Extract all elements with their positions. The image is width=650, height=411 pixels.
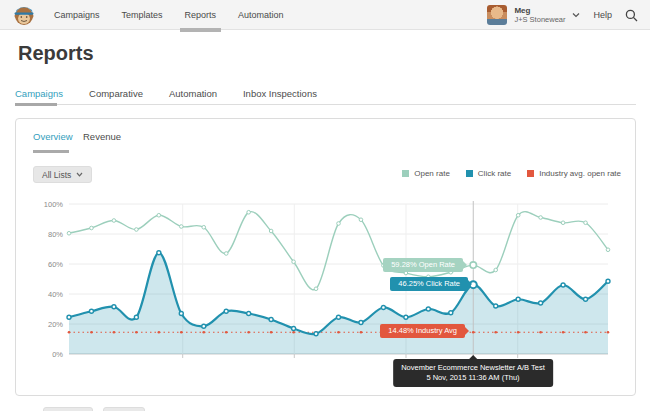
open-rate-tooltip: 59.28% Open Rate — [383, 258, 463, 272]
user-account: J+S Stonewear — [514, 15, 565, 24]
user-menu[interactable]: Meg J+S Stonewear — [487, 5, 580, 25]
help-link[interactable]: Help — [593, 10, 612, 20]
top-nav-bar: Campaigns Templates Reports Automation M… — [0, 0, 650, 30]
nav-right-cluster: Meg J+S Stonewear Help — [487, 0, 638, 30]
nav-item-automation[interactable]: Automation — [236, 0, 286, 30]
tab-comparative[interactable]: Comparative — [89, 88, 143, 99]
campaign-performance-chart[interactable]: 100%80%60%40%20%0% — [16, 119, 637, 397]
svg-text:20%: 20% — [48, 320, 63, 329]
report-tabs: Campaigns Comparative Automation Inbox I… — [15, 88, 317, 99]
campaign-hover-tooltip: November Ecommerce Newsletter A/B Test 5… — [393, 359, 553, 387]
active-nav-indicator — [180, 28, 222, 32]
avatar[interactable] — [487, 5, 507, 25]
bottom-button-1[interactable] — [43, 407, 93, 411]
overview-card: Overview Revenue All Lists Open rate Cli… — [15, 118, 636, 396]
user-name: Meg — [514, 6, 565, 15]
chevron-down-icon — [572, 12, 580, 18]
svg-text:0%: 0% — [52, 350, 63, 359]
campaign-name: November Ecommerce Newsletter A/B Test — [401, 363, 545, 373]
svg-text:100%: 100% — [44, 200, 64, 209]
active-tab-underline — [15, 103, 57, 106]
svg-text:80%: 80% — [48, 230, 63, 239]
nav-item-templates[interactable]: Templates — [120, 0, 165, 30]
tab-campaigns[interactable]: Campaigns — [15, 88, 63, 99]
search-icon[interactable] — [625, 9, 638, 22]
campaign-datetime: 5 Nov, 2015 11:36 AM (Thu) — [401, 373, 545, 383]
click-rate-tooltip: 46.25% Click Rate — [390, 277, 468, 291]
tab-inbox-inspections[interactable]: Inbox Inspections — [243, 88, 317, 99]
tabs-divider — [15, 104, 636, 105]
bottom-button-2[interactable] — [103, 407, 145, 411]
nav-item-reports[interactable]: Reports — [183, 0, 219, 30]
page-title: Reports — [18, 42, 94, 65]
tab-automation[interactable]: Automation — [169, 88, 217, 99]
industry-avg-tooltip: 14.48% Industry Avg — [380, 324, 465, 338]
mailchimp-logo-icon[interactable] — [13, 4, 35, 26]
svg-text:60%: 60% — [48, 260, 63, 269]
nav-item-campaigns[interactable]: Campaigns — [52, 0, 102, 30]
svg-text:40%: 40% — [48, 290, 63, 299]
primary-nav: Campaigns Templates Reports Automation — [0, 0, 286, 30]
